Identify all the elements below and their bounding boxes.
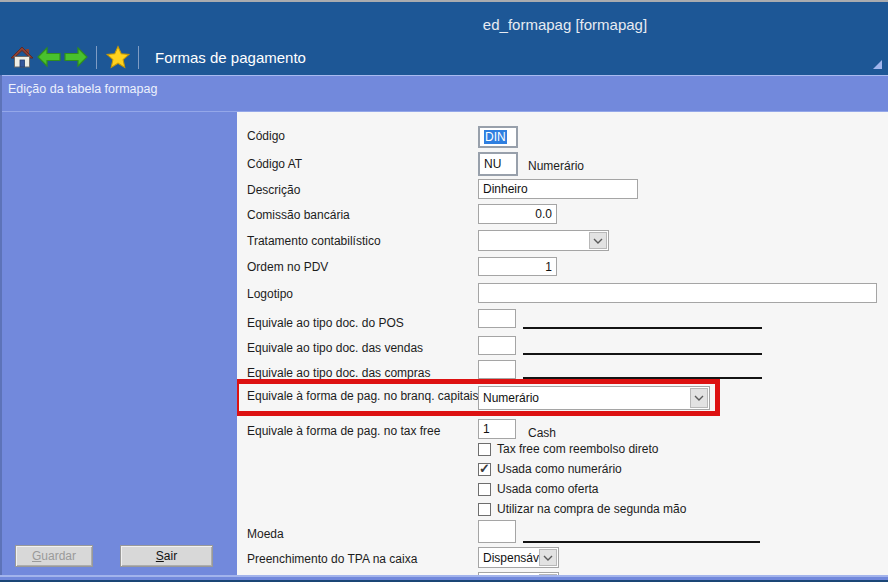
checkbox-label: Utilizar na compra de segunda mão xyxy=(497,502,686,516)
form-panel: Código DIN Código AT NU Numerário Descri… xyxy=(237,112,888,575)
ordem-pdv-label: Ordem no PDV xyxy=(247,260,328,274)
resize-grip-icon xyxy=(873,60,882,69)
window-title: ed_formapag [formapag] xyxy=(420,16,710,33)
favorite-star-icon[interactable] xyxy=(104,44,131,70)
tpa-caixa-label: Preenchimento do TPA na caixa xyxy=(247,552,417,566)
moeda-label: Moeda xyxy=(247,527,284,541)
chevron-down-icon[interactable] xyxy=(539,549,557,566)
toolbar-title: Formas de pagamento xyxy=(155,49,306,66)
chevron-down-icon[interactable] xyxy=(589,232,607,249)
checkbox-label: Tax free com reembolso direto xyxy=(497,442,658,456)
codigo-at-description: Numerário xyxy=(528,159,584,173)
toolbar-separator xyxy=(138,46,139,69)
doc-compras-input[interactable] xyxy=(478,360,516,379)
home-icon[interactable] xyxy=(8,44,35,70)
comissao-input[interactable]: 0.0 xyxy=(478,204,557,224)
chevron-down-icon[interactable] xyxy=(690,388,708,408)
doc-pos-label: Equivale ao tipo doc. do POS xyxy=(247,316,404,330)
toolbar: Formas de pagamento xyxy=(8,43,306,71)
tpa-caixa-select[interactable]: Dispensável xyxy=(478,547,559,568)
codigo-at-input[interactable]: NU xyxy=(478,152,518,176)
sair-button[interactable]: Sair xyxy=(120,545,213,567)
guardar-button[interactable]: Guardar xyxy=(15,545,93,567)
codigo-at-label: Código AT xyxy=(247,157,302,171)
descricao-input[interactable]: Dinheiro xyxy=(478,179,638,199)
forward-arrow-icon[interactable] xyxy=(62,44,89,70)
doc-vendas-underline xyxy=(523,353,762,355)
checkbox-label: Usada como oferta xyxy=(497,482,598,496)
doc-vendas-label: Equivale ao tipo doc. das vendas xyxy=(247,341,423,355)
checkbox-tax-free-reembolso[interactable] xyxy=(478,443,491,456)
tratamento-select[interactable] xyxy=(478,230,609,251)
codigo-label: Código xyxy=(247,129,285,143)
toolbar-separator xyxy=(96,46,97,69)
tratamento-label: Tratamento contabilístico xyxy=(247,234,381,248)
checkbox-segunda-mao[interactable] xyxy=(478,503,491,516)
app-window: ed_formapag [formapag] xyxy=(0,0,888,582)
doc-compras-underline xyxy=(523,377,762,379)
descricao-label: Descrição xyxy=(247,183,300,197)
branq-capitais-label: Equivale à forma de pag. no branq. capit… xyxy=(247,389,478,403)
logotipo-label: Logotipo xyxy=(247,287,293,301)
ordem-pdv-input[interactable]: 1 xyxy=(478,257,557,276)
branq-capitais-select[interactable]: Numerário xyxy=(478,386,710,410)
doc-pos-underline xyxy=(523,327,762,329)
tax-free-description: Cash xyxy=(528,426,556,440)
subheader-title: Edição da tabela formapag xyxy=(8,82,157,96)
codigo-input[interactable]: DIN xyxy=(478,126,518,148)
sidebar: Guardar Sair xyxy=(0,112,237,575)
doc-vendas-input[interactable] xyxy=(478,336,516,355)
comissao-label: Comissão bancária xyxy=(247,208,350,222)
back-arrow-icon[interactable] xyxy=(35,44,62,70)
moeda-underline xyxy=(523,541,760,543)
doc-pos-input[interactable] xyxy=(478,309,516,328)
titlebar: ed_formapag [formapag] xyxy=(0,2,888,75)
doc-compras-label: Equivale ao tipo doc. das compras xyxy=(247,366,430,380)
checkbox-usada-numerario[interactable] xyxy=(478,463,491,476)
tax-free-label: Equivale à forma de pag. no tax free xyxy=(247,424,440,438)
tax-free-input[interactable]: 1 xyxy=(478,419,516,439)
moeda-input[interactable] xyxy=(478,520,516,543)
logotipo-input[interactable] xyxy=(478,283,877,303)
checkbox-label: Usada como numerário xyxy=(497,462,622,476)
subheader-bar: Edição da tabela formapag xyxy=(0,75,888,112)
window-left-border xyxy=(0,75,2,580)
selected-text: DIN xyxy=(484,130,507,144)
checkbox-usada-oferta[interactable] xyxy=(478,483,491,496)
